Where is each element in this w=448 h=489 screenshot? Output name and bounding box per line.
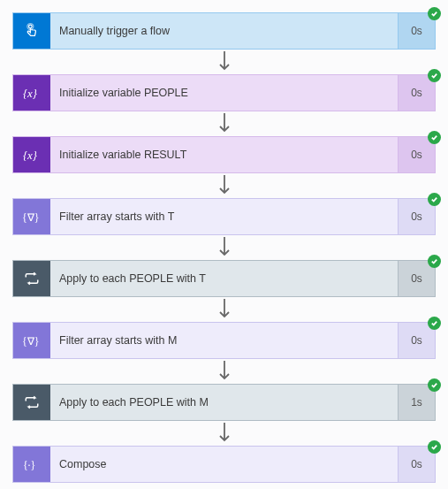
flow-step[interactable]: {∇}Filter array starts with M0s [12, 322, 436, 359]
svg-text:{·}: {·} [23, 459, 35, 471]
step-label: Compose [50, 447, 398, 482]
flow-arrow-icon [12, 297, 436, 322]
flow-step[interactable]: Manually trigger a flow0s [12, 12, 436, 50]
flow-arrow-icon [12, 421, 436, 446]
step-label: Initialize variable RESULT [50, 137, 398, 172]
svg-text:{∇}: {∇} [22, 335, 39, 348]
filter-icon: {∇} [13, 199, 50, 234]
svg-point-0 [29, 25, 33, 28]
flow-step[interactable]: {x}Initialize variable RESULT0s [12, 136, 436, 173]
var-icon: {x} [13, 75, 50, 111]
step-label: Initialize variable PEOPLE [50, 75, 398, 111]
step-label: Manually trigger a flow [50, 13, 398, 49]
success-check-icon [428, 193, 441, 206]
success-check-icon [428, 131, 441, 144]
flow-arrow-icon [12, 173, 436, 198]
flow-step[interactable]: Apply to each PEOPLE with T0s [12, 260, 436, 297]
svg-text:{x}: {x} [23, 149, 38, 162]
step-label: Filter array starts with M [50, 323, 398, 358]
success-check-icon [428, 378, 441, 392]
loop-icon [13, 385, 50, 420]
flow-arrow-icon [12, 50, 436, 74]
svg-text:{x}: {x} [23, 88, 38, 100]
success-check-icon [428, 69, 441, 82]
step-label: Apply to each PEOPLE with T [50, 261, 398, 296]
flow-run-diagram: Manually trigger a flow0s{x}Initialize v… [12, 12, 436, 483]
flow-step[interactable]: {·}Compose0s [12, 446, 436, 483]
flow-arrow-icon [12, 359, 436, 384]
success-check-icon [428, 255, 441, 268]
filter-icon: {∇} [13, 323, 50, 358]
step-label: Apply to each PEOPLE with M [50, 385, 398, 420]
svg-text:{∇}: {∇} [22, 211, 39, 224]
flow-arrow-icon [12, 111, 436, 136]
touch-icon [13, 13, 50, 49]
success-check-icon [428, 7, 441, 20]
success-check-icon [428, 317, 441, 330]
success-check-icon [428, 440, 441, 454]
flow-step[interactable]: {x}Initialize variable PEOPLE0s [12, 74, 436, 111]
step-label: Filter array starts with T [50, 199, 398, 234]
compose-icon: {·} [13, 447, 50, 482]
loop-icon [13, 261, 50, 296]
flow-step[interactable]: {∇}Filter array starts with T0s [12, 198, 436, 235]
flow-arrow-icon [12, 235, 436, 260]
flow-step[interactable]: Apply to each PEOPLE with M1s [12, 384, 436, 421]
var-icon: {x} [13, 137, 50, 172]
